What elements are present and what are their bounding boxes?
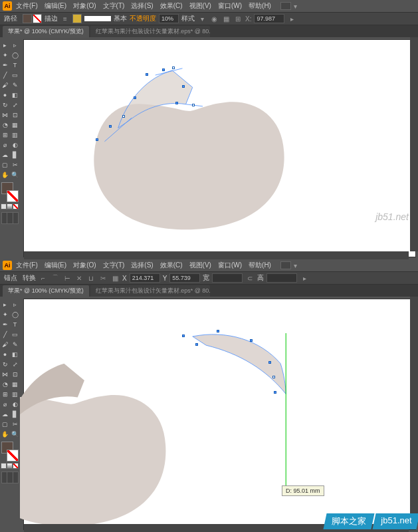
menu-select[interactable]: 选择(S) — [128, 0, 156, 12]
convert-smooth-icon[interactable]: ⌒ — [51, 273, 60, 283]
eyedropper-tool[interactable]: ⌀ — [0, 140, 10, 150]
pen-tool[interactable]: ✒ — [0, 60, 10, 70]
anchor-point[interactable] — [274, 391, 276, 394]
brush-tool[interactable]: 🖌 — [0, 80, 10, 90]
brush-swatch[interactable] — [72, 14, 82, 23]
scale-tool[interactable]: ⤢ — [10, 100, 20, 110]
line-tool[interactable]: ╱ — [0, 70, 10, 80]
rotate-tool[interactable]: ↻ — [0, 359, 10, 369]
stroke-weight-icon[interactable]: ≡ — [60, 14, 70, 23]
width-tool[interactable]: ⋈ — [0, 110, 10, 120]
opacity-label[interactable]: 不透明度 — [130, 14, 156, 23]
magic-wand-tool[interactable]: ✦ — [0, 50, 10, 60]
pencil-tool[interactable]: ✎ — [10, 339, 20, 349]
handle-icon[interactable]: ⊢ — [62, 273, 72, 283]
blob-tool[interactable]: ● — [0, 90, 10, 100]
eraser-tool[interactable]: ◧ — [10, 349, 20, 359]
anchor-point[interactable] — [134, 96, 136, 99]
doc-tab-inactive[interactable]: 红苹果与果汁包装设计矢量素材.eps* @ 80.41% (RGB/预览) — [90, 285, 210, 297]
scrollbar-horizontal[interactable] — [24, 251, 409, 259]
gradient-mode-icon[interactable] — [7, 203, 13, 209]
menu-file[interactable]: 文件(F) — [13, 0, 41, 12]
pencil-tool[interactable]: ✎ — [10, 80, 20, 90]
handle-point[interactable] — [192, 104, 195, 106]
artboard-tool[interactable]: ▢ — [0, 160, 10, 170]
anchor-point[interactable] — [146, 73, 148, 76]
convert-corner-icon[interactable]: ⌐ — [39, 273, 48, 283]
menu-select[interactable]: 选择(S) — [128, 259, 156, 271]
transform-x-input[interactable] — [254, 14, 284, 23]
type-tool[interactable]: T — [10, 319, 20, 329]
stroke-color-icon[interactable] — [7, 450, 19, 462]
anchor-point[interactable] — [175, 102, 178, 104]
style-menu-icon[interactable]: ▾ — [197, 14, 207, 23]
direct-select-tool[interactable]: ▹ — [10, 40, 20, 50]
dropdown-icon[interactable]: ▾ — [294, 3, 297, 10]
type-tool[interactable]: T — [10, 60, 20, 70]
symbol-tool[interactable]: ☁ — [0, 409, 10, 419]
none-mode-icon[interactable] — [13, 463, 19, 469]
shape-builder-tool[interactable]: ◔ — [0, 120, 10, 130]
anchor-point[interactable] — [109, 125, 112, 128]
graph-tool[interactable]: ▊ — [10, 409, 20, 419]
align-icon[interactable]: ▦ — [110, 273, 120, 283]
anchor-point[interactable] — [268, 361, 271, 364]
y-input[interactable] — [169, 273, 200, 283]
magic-wand-tool[interactable]: ✦ — [0, 309, 10, 319]
recolor-icon[interactable]: ◉ — [209, 14, 219, 23]
symbol-tool[interactable]: ☁ — [0, 150, 10, 160]
color-mode-icon[interactable] — [1, 203, 7, 209]
eraser-tool[interactable]: ◧ — [10, 90, 20, 100]
transform-icon[interactable]: ⊞ — [233, 14, 243, 23]
blend-tool[interactable]: ◐ — [10, 399, 20, 409]
slice-tool[interactable]: ✂ — [10, 419, 20, 429]
slice-tool[interactable]: ✂ — [10, 160, 20, 170]
scrollbar-vertical[interactable] — [410, 297, 418, 524]
gradient-tool[interactable]: ▥ — [10, 389, 20, 399]
gradient-mode-icon[interactable] — [7, 463, 13, 469]
menu-window[interactable]: 窗口(W) — [215, 259, 245, 271]
selection-tool[interactable]: ▸ — [0, 40, 10, 50]
brush-tool[interactable]: 🖌 — [0, 339, 10, 349]
more-icon[interactable]: ▸ — [287, 14, 296, 23]
anchor-point[interactable] — [217, 330, 219, 332]
anchor-remove-icon[interactable]: ✕ — [74, 273, 84, 283]
anchor-point[interactable] — [182, 334, 185, 337]
anchor-cut-icon[interactable]: ✂ — [98, 273, 108, 283]
menu-view[interactable]: 视图(V) — [187, 259, 214, 271]
zoom-tool[interactable]: 🔍 — [10, 429, 20, 439]
free-transform-tool[interactable]: ⊡ — [10, 110, 20, 120]
stroke-color-icon[interactable] — [7, 190, 19, 202]
stroke-swatch[interactable] — [33, 14, 42, 23]
opacity-input[interactable] — [159, 14, 179, 23]
artboard-tool[interactable]: ▢ — [0, 419, 10, 429]
fill-swatch[interactable] — [23, 14, 32, 23]
anchor-point[interactable] — [96, 138, 98, 141]
direct-select-tool[interactable]: ▹ — [10, 299, 20, 309]
doc-tab-inactive[interactable]: 红苹果与果汁包装设计矢量素材.eps* @ 80.41% (RGB/预览) — [90, 26, 210, 37]
leaf-shape-selected[interactable] — [193, 334, 286, 394]
blob-tool[interactable]: ● — [0, 349, 10, 359]
menu-help[interactable]: 帮助(H) — [246, 0, 274, 12]
menu-edit[interactable]: 编辑(E) — [42, 0, 69, 12]
color-mode-icon[interactable] — [1, 463, 7, 469]
none-mode-icon[interactable] — [13, 203, 19, 209]
anchor-point[interactable] — [182, 85, 185, 88]
lasso-tool[interactable]: ◯ — [10, 309, 20, 319]
menu-object[interactable]: 对象(O) — [70, 259, 98, 271]
hand-tool[interactable]: ✋ — [0, 170, 10, 180]
line-tool[interactable]: ╱ — [0, 329, 10, 339]
fill-stroke-indicator[interactable] — [1, 182, 19, 202]
menu-help[interactable]: 帮助(H) — [246, 259, 274, 271]
more-icon[interactable]: ▸ — [300, 273, 309, 283]
stroke-preview[interactable] — [84, 16, 111, 21]
menu-effect[interactable]: 效果(C) — [157, 0, 185, 12]
align-icon[interactable]: ▦ — [221, 14, 231, 23]
selection-tool[interactable]: ▸ — [0, 299, 10, 309]
anchor-join-icon[interactable]: ⊔ — [86, 273, 96, 283]
layout-toggle-icon[interactable] — [280, 2, 291, 10]
menu-object[interactable]: 对象(O) — [70, 0, 98, 12]
screen-mode-toggle[interactable] — [1, 471, 19, 483]
mesh-tool[interactable]: ⊞ — [0, 130, 10, 140]
layout-toggle-icon[interactable] — [280, 261, 291, 269]
